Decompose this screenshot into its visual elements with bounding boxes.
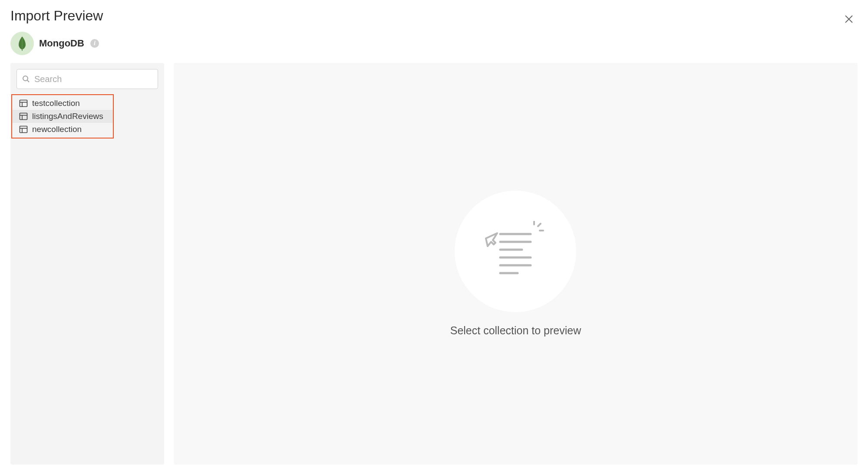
- close-button[interactable]: [842, 12, 856, 26]
- svg-rect-7: [20, 113, 27, 120]
- collection-list: testcollection listingsAndReviews: [11, 94, 114, 139]
- collection-item[interactable]: testcollection: [12, 97, 113, 110]
- mongodb-icon: [10, 32, 34, 55]
- svg-rect-10: [20, 126, 27, 133]
- table-icon: [19, 112, 28, 121]
- source-name: MongoDB: [39, 38, 84, 49]
- empty-state: Select collection to preview: [450, 191, 581, 337]
- collection-item[interactable]: listingsAndReviews: [12, 110, 113, 123]
- search-input[interactable]: [34, 74, 152, 84]
- table-icon: [19, 99, 28, 108]
- close-icon: [845, 15, 853, 23]
- info-icon[interactable]: i: [90, 39, 99, 48]
- empty-state-graphic: [455, 191, 576, 312]
- svg-point-2: [23, 76, 28, 81]
- source-row: MongoDB i: [0, 29, 868, 63]
- collection-item[interactable]: newcollection: [12, 123, 113, 136]
- svg-line-3: [27, 80, 29, 82]
- collection-label: testcollection: [32, 99, 80, 108]
- cursor-document-icon: [485, 221, 546, 282]
- search-box[interactable]: [17, 69, 158, 89]
- collection-label: listingsAndReviews: [32, 112, 103, 121]
- page-title: Import Preview: [10, 8, 858, 24]
- sidebar: testcollection listingsAndReviews: [10, 63, 164, 465]
- empty-state-text: Select collection to preview: [450, 324, 581, 337]
- svg-line-20: [538, 224, 541, 226]
- table-icon: [19, 125, 28, 134]
- collection-label: newcollection: [32, 125, 82, 134]
- svg-rect-4: [20, 100, 27, 107]
- search-icon: [22, 75, 30, 83]
- main-panel: Select collection to preview: [174, 63, 858, 465]
